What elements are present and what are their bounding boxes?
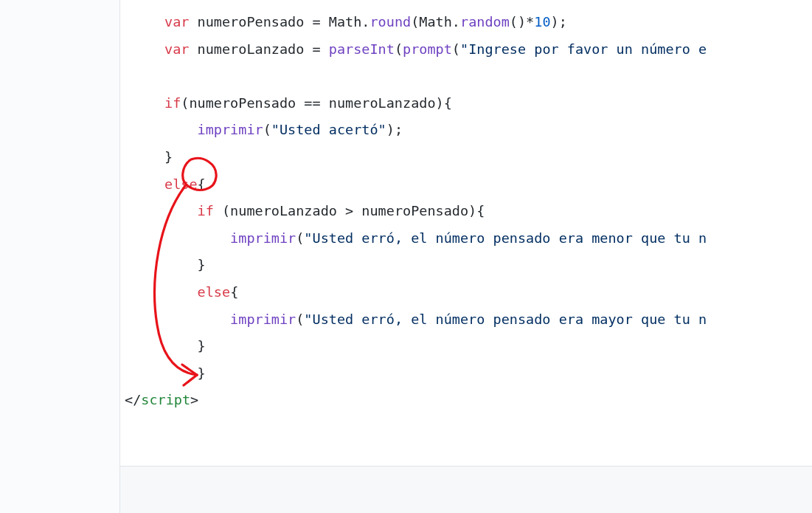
line-number-gutter (0, 0, 119, 513)
code-line-7: else{ (164, 171, 812, 199)
code-content: var numeroPensado = Math.round(Math.rand… (120, 0, 812, 466)
keyword-var: var (164, 14, 189, 30)
code-line-9: imprimir("Usted erró, el número pensado … (164, 225, 812, 252)
code-line-11: else{ (164, 279, 812, 306)
code-line-8: if (numeroLanzado > numeroPensado){ (164, 198, 812, 225)
code-line-13: } (164, 333, 812, 360)
code-line-1: var numeroPensado = Math.round(Math.rand… (164, 9, 812, 36)
code-line-3 (164, 63, 812, 90)
code-line-10: } (164, 252, 812, 279)
code-line-2: var numeroLanzado = parseInt(prompt("Ing… (164, 36, 812, 63)
code-line-6: } (164, 144, 812, 171)
code-line-14: } (164, 360, 812, 388)
code-line-12: imprimir("Usted erró, el número pensado … (164, 306, 812, 334)
code-line-4: if(numeroPensado == numeroLanzado){ (164, 90, 812, 117)
code-line-15: </script> (125, 387, 812, 414)
code-line-5: imprimir("Usted acertó"); (164, 117, 812, 144)
code-viewer: var numeroPensado = Math.round(Math.rand… (0, 0, 812, 513)
